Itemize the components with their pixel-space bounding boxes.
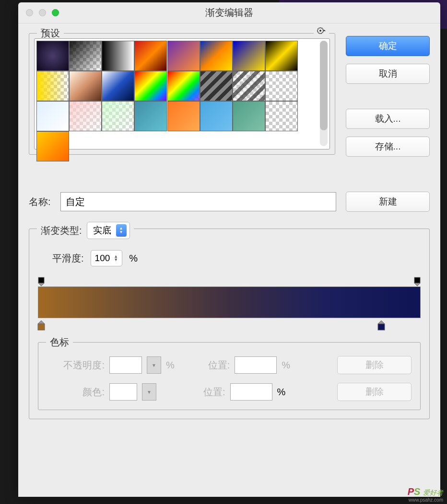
- position2-unit: %: [277, 387, 286, 398]
- titlebar: 渐变编辑器: [18, 2, 440, 23]
- presets-menu-icon[interactable]: [314, 27, 329, 37]
- preset-swatch[interactable]: [102, 101, 134, 131]
- preset-swatch[interactable]: [134, 101, 167, 131]
- position2-input[interactable]: [230, 383, 272, 401]
- presets-container: [34, 38, 330, 149]
- preset-swatch[interactable]: [233, 71, 265, 101]
- preset-swatch[interactable]: [36, 71, 69, 101]
- preset-swatch[interactable]: [36, 101, 69, 131]
- smoothness-input[interactable]: 100 ▲▼: [91, 250, 123, 266]
- color-swatch-input[interactable]: [109, 383, 137, 401]
- color-label: 颜色:: [47, 386, 105, 399]
- cancel-button[interactable]: 取消: [346, 64, 430, 84]
- ok-button[interactable]: 确定: [346, 36, 430, 56]
- load-button[interactable]: 载入...: [346, 109, 430, 129]
- watermark-p: P: [408, 486, 414, 497]
- position2-label: 位置:: [203, 386, 225, 399]
- gradient-type-select[interactable]: 实底 ▲▼: [87, 222, 130, 239]
- gradient-type-label: 渐变类型:: [41, 224, 82, 237]
- preset-swatch[interactable]: [200, 41, 233, 71]
- color-stop-legend: 色标: [46, 336, 73, 349]
- new-button[interactable]: 新建: [346, 192, 430, 212]
- watermark-text: 爱好者: [423, 489, 443, 496]
- name-label: 名称:: [29, 195, 51, 208]
- position1-unit: %: [282, 360, 290, 371]
- position1-input[interactable]: [235, 356, 277, 374]
- spinner-arrows-icon: ▲▼: [114, 255, 118, 262]
- color-stop-left[interactable]: [36, 320, 46, 330]
- svg-rect-3: [414, 277, 420, 283]
- preset-swatch[interactable]: [102, 71, 134, 101]
- gradient-bar[interactable]: [38, 286, 421, 318]
- preset-swatch[interactable]: [102, 41, 134, 71]
- preset-swatch[interactable]: [233, 41, 265, 71]
- preset-swatch[interactable]: [36, 131, 69, 161]
- color-stop-fieldset: 色标 不透明度: ▼ % 位置: % 删除 颜色: ▼: [38, 342, 421, 410]
- preset-swatch[interactable]: [265, 71, 298, 101]
- delete-color-stop-button[interactable]: 删除: [337, 383, 412, 401]
- scrollbar-thumb[interactable]: [320, 41, 328, 130]
- delete-opacity-stop-button[interactable]: 删除: [337, 356, 412, 374]
- opacity-input[interactable]: [109, 356, 142, 374]
- presets-grid: [36, 41, 298, 161]
- presets-legend: 预设: [37, 27, 64, 40]
- watermark-url: www.psahz.com: [408, 497, 443, 503]
- save-button[interactable]: 存储...: [346, 137, 430, 157]
- select-arrows-icon: ▲▼: [116, 224, 127, 237]
- opacity-stop-left[interactable]: [37, 277, 46, 286]
- preset-swatch[interactable]: [167, 101, 200, 131]
- gradient-settings-fieldset: 渐变类型: 实底 ▲▼ 平滑度: 100 ▲▼ %: [29, 229, 430, 419]
- preset-swatch[interactable]: [69, 71, 102, 101]
- preset-swatch[interactable]: [200, 71, 233, 101]
- color-dropdown-icon[interactable]: ▼: [142, 383, 156, 401]
- preset-swatch[interactable]: [69, 101, 102, 131]
- smoothness-value: 100: [95, 253, 110, 263]
- preset-swatch[interactable]: [134, 71, 167, 101]
- preset-swatch[interactable]: [36, 41, 69, 71]
- gradient-editor-dialog: 渐变编辑器 预设: [18, 2, 440, 497]
- smoothness-unit: %: [129, 253, 138, 264]
- preset-swatch[interactable]: [167, 41, 200, 71]
- preset-swatch[interactable]: [200, 101, 233, 131]
- watermark-s: S: [414, 486, 420, 497]
- preset-swatch[interactable]: [167, 71, 200, 101]
- window-controls: [18, 9, 59, 16]
- watermark: PS 爱好者 www.psahz.com: [408, 486, 443, 503]
- opacity-label: 不透明度:: [47, 359, 105, 372]
- dialog-title: 渐变编辑器: [205, 6, 253, 19]
- gradient-ramp-editor[interactable]: [38, 276, 421, 332]
- name-input[interactable]: [60, 192, 336, 211]
- preset-swatch[interactable]: [69, 41, 102, 71]
- close-window-button[interactable]: [26, 9, 33, 16]
- svg-point-1: [319, 30, 321, 32]
- svg-rect-2: [38, 277, 44, 283]
- opacity-stop-right[interactable]: [413, 277, 422, 286]
- minimize-window-button[interactable]: [39, 9, 46, 16]
- preset-swatch[interactable]: [265, 41, 298, 71]
- presets-scrollbar[interactable]: [320, 41, 328, 146]
- opacity-dropdown-icon[interactable]: ▼: [147, 356, 161, 374]
- preset-swatch[interactable]: [233, 101, 265, 131]
- svg-rect-5: [378, 324, 385, 330]
- preset-swatch[interactable]: [134, 41, 167, 71]
- smoothness-label: 平滑度:: [52, 252, 84, 265]
- preset-swatch[interactable]: [265, 101, 298, 131]
- svg-rect-4: [38, 324, 45, 330]
- position1-label: 位置:: [208, 359, 230, 372]
- gradient-type-value: 实底: [93, 224, 111, 237]
- maximize-window-button[interactable]: [52, 9, 59, 16]
- color-stop-right[interactable]: [376, 320, 386, 330]
- presets-fieldset: 预设: [29, 33, 335, 155]
- opacity-unit: %: [166, 360, 175, 371]
